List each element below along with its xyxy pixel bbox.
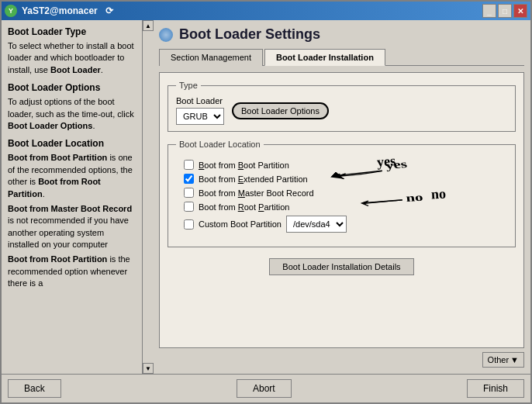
boot-loader-label: Boot Loader: [176, 96, 224, 105]
sidebar-boot-loader-bold: Boot Loader: [50, 65, 101, 74]
scroll-down-arrow[interactable]: ▼: [143, 363, 154, 374]
content-area: Type Boot Loader GRUB Boot Loader Option…: [159, 72, 524, 348]
label-root-partition: Boot from Root Partition: [199, 202, 289, 212]
sidebar-boot-partition-bold: Boot from Boot Partition: [8, 153, 107, 162]
maximize-button[interactable]: □: [498, 4, 512, 18]
titlebar-controls: _ □ ✕: [482, 4, 527, 18]
checkbox-root-partition[interactable]: [184, 202, 194, 212]
other-dropdown-icon: ▼: [510, 355, 519, 364]
main-content: Boot Loader Type To select whether to in…: [2, 20, 530, 374]
sidebar-root-text: Boot from Root Partition is the recommen…: [8, 254, 136, 289]
sidebar-scrollbar: ▲ ▼: [142, 20, 153, 374]
details-button[interactable]: Boot Loader Installation Details: [269, 258, 413, 275]
page-title-bar: Boot Loader Settings: [159, 26, 524, 43]
location-container: Boot Loader Location Boot from Boot Part…: [168, 140, 516, 247]
sidebar-boot-loader-type-title: Boot Loader Type: [8, 26, 136, 37]
minimize-button[interactable]: _: [482, 4, 496, 18]
sidebar-boot-loader-location-title: Boot Loader Location: [8, 138, 136, 149]
details-btn-row: Boot Loader Installation Details: [168, 258, 516, 275]
label-boot-partition: Boot from Boot Partition: [199, 161, 289, 170]
titlebar-left: Y YaST2@monacer ⟳: [5, 5, 113, 17]
sidebar-mbr-bold: Boot from Master Boot Record: [8, 204, 132, 213]
checkbox-row-custom-partition: Custom Boot Partition /dev/sda4 /dev/sda…: [184, 216, 499, 233]
checkbox-extended-partition[interactable]: [184, 174, 194, 184]
sidebar-boot-loader-options-text: To adjust options of the boot loader, su…: [8, 96, 136, 132]
tab-section-management[interactable]: Section Management: [159, 49, 263, 66]
finish-button[interactable]: Finish: [467, 379, 524, 398]
location-checkboxes: Boot from Boot Partition Boot from Exten…: [176, 155, 507, 240]
titlebar-separator: ⟳: [105, 5, 113, 16]
other-btn-row: Other ▼: [159, 348, 524, 368]
location-fieldset: Boot Loader Location Boot from Boot Part…: [168, 140, 516, 247]
label-mbr: Boot from Master Boot Record: [199, 188, 314, 198]
checkbox-row-root-partition: Boot from Root Partition: [184, 202, 499, 212]
checkbox-mbr[interactable]: [184, 188, 194, 198]
checkbox-row-extended-partition: Boot from Extended Partition: [184, 174, 499, 184]
select-wrapper: GRUB: [176, 108, 224, 125]
boot-loader-group: Boot Loader GRUB: [176, 96, 224, 125]
checkbox-boot-partition[interactable]: [184, 160, 194, 170]
sidebar-boot-loader-options-title: Boot Loader Options: [8, 82, 136, 93]
checkbox-row-boot-partition: Boot from Boot Partition: [184, 160, 499, 170]
close-button[interactable]: ✕: [513, 4, 527, 18]
right-panel: Boot Loader Settings Section Management …: [153, 20, 530, 374]
other-label: Other: [488, 355, 510, 364]
abort-button[interactable]: Abort: [237, 379, 292, 398]
other-button[interactable]: Other ▼: [482, 352, 524, 368]
location-legend: Boot Loader Location: [176, 140, 264, 149]
scroll-up-arrow[interactable]: ▲: [143, 20, 154, 31]
sidebar-root-partition-bold: Boot from Root Partition: [8, 177, 101, 198]
sidebar-mbr-text: Boot from Master Boot Record is not reco…: [8, 203, 136, 251]
tabs: Section Management Boot Loader Installat…: [159, 49, 524, 66]
sidebar-boot-partition-text: Boot from Boot Partition is one of the r…: [8, 152, 136, 200]
titlebar: Y YaST2@monacer ⟳ _ □ ✕: [2, 2, 530, 20]
window-title: YaST2@monacer: [22, 5, 98, 16]
sidebar-root-bold: Boot from Root Partition: [8, 254, 107, 264]
boot-loader-select[interactable]: GRUB: [176, 108, 224, 125]
bottom-bar: Back Abort Finish: [2, 374, 530, 402]
sidebar-container: Boot Loader Type To select whether to in…: [2, 20, 153, 374]
checkbox-custom-partition[interactable]: [184, 219, 194, 230]
checkbox-row-mbr: Boot from Master Boot Record: [184, 188, 499, 198]
main-window: Y YaST2@monacer ⟳ _ □ ✕ Boot Loader Type…: [0, 0, 532, 404]
page-title: Boot Loader Settings: [179, 26, 320, 43]
sidebar-boot-loader-type-text: To select whether to install a boot load…: [8, 40, 136, 76]
type-section: Boot Loader GRUB Boot Loader Options: [176, 96, 507, 125]
back-button[interactable]: Back: [8, 379, 61, 398]
label-custom-partition: Custom Boot Partition: [199, 219, 282, 229]
sidebar: Boot Loader Type To select whether to in…: [2, 20, 142, 374]
label-extended-partition: Boot from Extended Partition: [199, 174, 308, 184]
sidebar-options-bold: Boot Loader Options: [8, 121, 92, 130]
type-legend: Type: [176, 81, 201, 90]
boot-loader-options-button[interactable]: Boot Loader Options: [232, 102, 329, 119]
custom-partition-select[interactable]: /dev/sda4 /dev/sda1 /dev/sda2 /dev/sda3: [286, 216, 347, 233]
app-icon: Y: [5, 5, 17, 17]
tab-boot-loader-installation[interactable]: Boot Loader Installation: [264, 49, 385, 66]
type-fieldset: Type Boot Loader GRUB Boot Loader Option…: [168, 81, 516, 132]
page-title-icon: [159, 28, 173, 42]
